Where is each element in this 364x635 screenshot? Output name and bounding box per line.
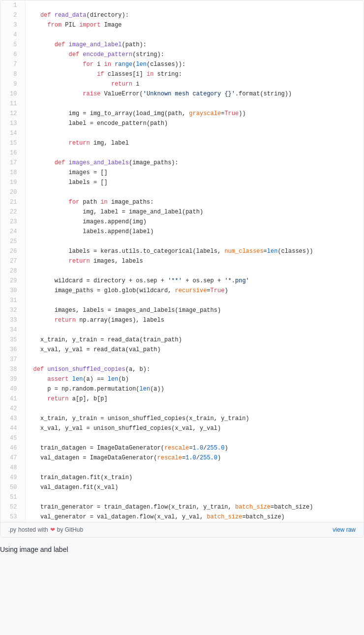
line-number: 29 <box>0 276 25 286</box>
table-row: 36 x_val, y_val = read_data(val_path) <box>0 345 364 355</box>
table-row: 46 train_datagen = ImageDataGenerator(re… <box>0 443 364 453</box>
line-number: 11 <box>0 99 25 109</box>
table-row: 21 for path in image_paths: <box>0 197 364 207</box>
line-number: 10 <box>0 89 25 99</box>
table-row: 52 train_generator = train_datagen.flow(… <box>0 502 364 512</box>
line-number: 28 <box>0 266 25 276</box>
bottom-text: Using image and label <box>0 538 364 557</box>
table-row: 12 img = img_to_array(load_img(path, gra… <box>0 109 364 119</box>
code-footer: .py hosted with ❤ by GitHub view raw <box>0 522 364 537</box>
line-content: def encode_pattern(string): <box>25 50 364 60</box>
line-content: def read_data(directory): <box>25 10 364 20</box>
line-content <box>25 187 364 197</box>
line-content: for path in image_paths: <box>25 197 364 207</box>
line-number: 14 <box>0 128 25 138</box>
line-number: 5 <box>0 40 25 50</box>
line-content: def image_and_label(path): <box>25 40 364 50</box>
table-row: 32 images, labels = images_and_labels(im… <box>0 305 364 315</box>
line-number: 52 <box>0 502 25 512</box>
line-content: assert len(a) == len(b) <box>25 374 364 384</box>
line-number: 32 <box>0 305 25 315</box>
line-content <box>25 237 364 246</box>
line-number: 36 <box>0 345 25 355</box>
line-content: wildcard = directory + os.sep + '**' + o… <box>25 276 364 286</box>
view-raw-link[interactable]: view raw <box>333 526 356 533</box>
line-content: if classes[i] in string: <box>25 69 364 79</box>
line-content: return images, labels <box>25 256 364 266</box>
line-content: x_val, y_val = unison_shuffled_copies(x_… <box>25 423 364 433</box>
line-number: 34 <box>0 325 25 335</box>
line-number: 13 <box>0 119 25 128</box>
line-number: 33 <box>0 315 25 325</box>
table-row: 14 <box>0 128 364 138</box>
line-number: 46 <box>0 443 25 453</box>
line-number: 44 <box>0 423 25 433</box>
code-container: 1 2 def read_data(directory):3 from PIL … <box>0 0 364 538</box>
line-content <box>25 404 364 414</box>
line-content: val_datagen.fit(x_val) <box>25 483 364 492</box>
line-number: 9 <box>0 79 25 89</box>
line-content: val_generator = val_datagen.flow(x_val, … <box>25 512 364 522</box>
by-github-text: by GitHub <box>57 526 83 533</box>
table-row: 15 return img, label <box>0 138 364 148</box>
line-content <box>25 325 364 335</box>
table-row: 41 return a[p], b[p] <box>0 394 364 404</box>
table-row: 19 labels = [] <box>0 178 364 187</box>
line-content: train_generator = train_datagen.flow(x_t… <box>25 502 364 512</box>
line-content: train_datagen.fit(x_train) <box>25 473 364 483</box>
line-content: return np.array(images), labels <box>25 315 364 325</box>
line-number: 45 <box>0 433 25 443</box>
line-content <box>25 433 364 443</box>
table-row: 34 <box>0 325 364 335</box>
line-number: 23 <box>0 217 25 227</box>
line-content <box>25 266 364 276</box>
table-row: 8 if classes[i] in string: <box>0 69 364 79</box>
table-row: 6 def encode_pattern(string): <box>0 50 364 60</box>
line-number: 7 <box>0 60 25 69</box>
line-number: 26 <box>0 246 25 256</box>
line-number: 40 <box>0 384 25 394</box>
table-row: 1 <box>0 0 364 10</box>
line-number: 43 <box>0 414 25 423</box>
line-number: 19 <box>0 178 25 187</box>
table-row: 26 labels = keras.utils.to_categorical(l… <box>0 246 364 256</box>
line-number: 47 <box>0 453 25 463</box>
line-content: train_datagen = ImageDataGenerator(resca… <box>25 443 364 453</box>
line-number: 22 <box>0 207 25 217</box>
table-row: 25 <box>0 237 364 246</box>
table-row: 31 <box>0 296 364 305</box>
line-content: from PIL import Image <box>25 20 364 30</box>
table-row: 22 img, label = image_and_label(path) <box>0 207 364 217</box>
line-number: 17 <box>0 158 25 168</box>
line-number: 27 <box>0 256 25 266</box>
table-row: 40 p = np.random.permutation(len(a)) <box>0 384 364 394</box>
line-number: 41 <box>0 394 25 404</box>
line-content: def unison_shuffled_copies(a, b): <box>25 364 364 374</box>
line-number: 16 <box>0 148 25 158</box>
line-content: img = img_to_array(load_img(path, graysc… <box>25 109 364 119</box>
line-number: 48 <box>0 463 25 473</box>
line-number: 1 <box>0 0 25 10</box>
line-number: 51 <box>0 492 25 502</box>
code-table: 1 2 def read_data(directory):3 from PIL … <box>0 0 364 522</box>
line-number: 30 <box>0 286 25 296</box>
line-content: images.append(img) <box>25 217 364 227</box>
line-content: img, label = image_and_label(path) <box>25 207 364 217</box>
heart-icon: ❤ <box>50 526 55 533</box>
line-number: 4 <box>0 30 25 40</box>
table-row: 33 return np.array(images), labels <box>0 315 364 325</box>
line-number: 8 <box>0 69 25 79</box>
table-row: 4 <box>0 30 364 40</box>
line-content <box>25 463 364 473</box>
table-row: 38def unison_shuffled_copies(a, b): <box>0 364 364 374</box>
line-number: 31 <box>0 296 25 305</box>
line-content: image_paths = glob.glob(wildcard, recurs… <box>25 286 364 296</box>
line-number: 21 <box>0 197 25 207</box>
line-number: 24 <box>0 227 25 237</box>
table-row: 24 labels.append(label) <box>0 227 364 237</box>
table-row: 30 image_paths = glob.glob(wildcard, rec… <box>0 286 364 296</box>
table-row: 39 assert len(a) == len(b) <box>0 374 364 384</box>
table-row: 13 label = encode_pattern(path) <box>0 119 364 128</box>
table-row: 23 images.append(img) <box>0 217 364 227</box>
line-number: 12 <box>0 109 25 119</box>
